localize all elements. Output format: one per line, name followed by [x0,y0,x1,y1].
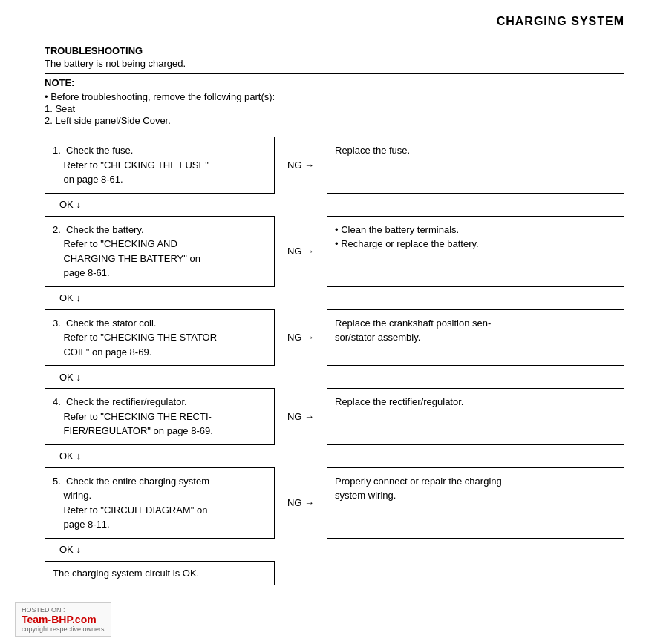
step-box-5: 5. Check the entire charging system wiri… [45,467,275,539]
final-result-text: The charging system circuit is OK. [53,568,199,579]
step-5-text: 5. Check the entire charging system wiri… [53,476,209,530]
ok-row-5: OK ↓ [45,539,624,561]
result-box-1: Replace the fuse. [327,137,624,194]
step-1-text: 1. Check the fuse. Refer to "CHECKING TH… [53,145,209,185]
watermark-brand: Team-BHP.com [22,614,97,625]
flow-diagram: 1. Check the fuse. Refer to "CHECKING TH… [45,137,624,585]
note-item-1: • Before troubleshooting, remove the fol… [45,91,624,102]
final-result-box: The charging system circuit is OK. [45,561,275,585]
step-2-text: 2. Check the battery. Refer to "CHECKING… [53,224,200,279]
step-box-4: 4. Check the rectifier/regulator. Refer … [45,388,275,445]
ng-label-3: NG → [275,309,327,367]
watermark: HOSTED ON : Team-BHP.com copyright respe… [15,602,111,637]
page-title: CHARGING SYSTEM [45,15,624,28]
ng-label-2: NG → [275,216,327,287]
result-box-3: Replace the crankshaft position sen-sor/… [327,309,624,367]
result-box-2: • Clean the battery terminals.• Recharge… [327,216,624,287]
ok-label-3: OK ↓ [59,372,81,383]
watermark-copyright: copyright respective owners [22,625,105,633]
result-4-text: Replace the rectifier/regulator. [335,396,463,407]
note-item-3: 2. Left side panel/Side Cover. [45,115,624,126]
step-box-3: 3. Check the stator coil. Refer to "CHEC… [45,309,275,367]
result-3-text: Replace the crankshaft position sen-sor/… [335,318,491,344]
result-box-5: Properly connect or repair the chargings… [327,467,624,539]
ok-row-4: OK ↓ [45,445,624,467]
step-3-text: 3. Check the stator coil. Refer to "CHEC… [53,318,217,358]
result-1-text: Replace the fuse. [335,145,410,156]
step-box-2: 2. Check the battery. Refer to "CHECKING… [45,216,275,287]
step-row-5: 5. Check the entire charging system wiri… [45,467,624,539]
note-label: NOTE: [45,73,624,88]
result-2-text: • Clean the battery terminals.• Recharge… [335,224,479,250]
ok-row-2: OK ↓ [45,287,624,309]
ng-label-1: NG → [275,137,327,194]
ok-label-1: OK ↓ [59,199,81,210]
result-5-text: Properly connect or repair the chargings… [335,476,502,502]
top-divider [45,36,624,36]
section-subtitle: The battery is not being charged. [45,58,624,69]
note-list: • Before troubleshooting, remove the fol… [45,91,624,126]
note-item-2: 1. Seat [45,103,624,114]
ok-row-1: OK ↓ [45,194,624,216]
page-container: CHARGING SYSTEM TROUBLESHOOTING The batt… [0,0,669,630]
step-row-1: 1. Check the fuse. Refer to "CHECKING TH… [45,137,624,194]
ok-row-3: OK ↓ [45,366,624,388]
ok-label-4: OK ↓ [59,450,81,461]
ng-label-5: NG → [275,467,327,539]
section-heading: TROUBLESHOOTING [45,45,624,56]
step-row-3: 3. Check the stator coil. Refer to "CHEC… [45,309,624,367]
ok-label-5: OK ↓ [59,544,81,555]
step-4-text: 4. Check the rectifier/regulator. Refer … [53,396,213,436]
step-row-2: 2. Check the battery. Refer to "CHECKING… [45,216,624,287]
ng-label-4: NG → [275,388,327,445]
result-box-4: Replace the rectifier/regulator. [327,388,624,445]
watermark-hosted: HOSTED ON : [22,606,105,614]
ok-label-2: OK ↓ [59,292,81,303]
step-row-4: 4. Check the rectifier/regulator. Refer … [45,388,624,445]
step-box-1: 1. Check the fuse. Refer to "CHECKING TH… [45,137,275,194]
